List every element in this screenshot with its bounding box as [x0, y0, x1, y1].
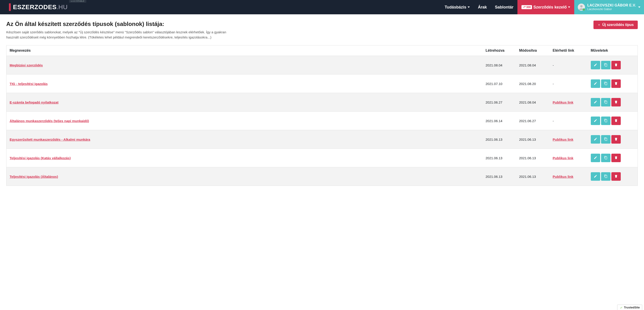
public-link[interactable]: Publikus link	[553, 175, 574, 178]
trash-icon	[614, 82, 618, 86]
copy-button[interactable]	[601, 172, 610, 181]
copy-button[interactable]	[601, 61, 610, 69]
delete-button[interactable]	[611, 98, 621, 106]
modified-date: 2021.06.13	[517, 167, 550, 186]
chevron-down-icon	[638, 6, 640, 8]
copy-button[interactable]	[601, 154, 610, 162]
nav-knowledge[interactable]: Tudásbázis	[441, 0, 474, 14]
logo-text: ESZERZODES.HU	[13, 4, 68, 11]
created-date: 2021.06.13	[484, 149, 517, 167]
page-title: Az Ön által készített szerződés típusok …	[6, 20, 588, 28]
trash-icon	[614, 119, 618, 123]
col-header-created: Létrehozva	[484, 46, 517, 56]
template-name-link[interactable]: E-számla befogadó nyilatkozat	[10, 100, 58, 104]
user-menu[interactable]: LACZKOVSZKI GÁBOR E.V. Laczkovszki Gábor	[574, 0, 644, 14]
delete-button[interactable]	[611, 154, 621, 162]
copy-button[interactable]	[601, 135, 610, 144]
nav-contract-manager[interactable]: 308 Szerződés kezelő	[518, 0, 574, 14]
no-link: -	[553, 82, 554, 86]
trash-icon	[614, 174, 618, 179]
template-name-link[interactable]: Megbízási szerződés	[10, 63, 43, 67]
delete-button[interactable]	[611, 61, 621, 69]
created-date: 2021.07.10	[484, 74, 517, 93]
svg-point-1	[580, 5, 583, 8]
no-link: -	[553, 119, 554, 123]
modified-date: 2021.08.04	[517, 56, 550, 74]
copy-icon	[604, 156, 608, 160]
edit-button[interactable]	[591, 172, 600, 181]
pencil-icon	[594, 63, 597, 67]
copy-button[interactable]	[601, 80, 610, 88]
pencil-icon	[594, 156, 597, 160]
public-link[interactable]: Publikus link	[553, 100, 574, 104]
nav-templates[interactable]: Sablontár	[491, 0, 518, 14]
modified-date: 2021.06.27	[517, 112, 550, 130]
edit-button[interactable]	[591, 116, 600, 125]
trash-icon	[614, 100, 618, 104]
signature-icon	[523, 6, 526, 8]
version-badge: v.4.0 STABLE	[69, 0, 86, 3]
nav-manager-label: Szerződés kezelő	[533, 5, 567, 10]
table-row: TIG - teljesítési igazolás 2021.07.10 20…	[6, 74, 638, 93]
delete-button[interactable]	[611, 80, 621, 88]
trash-icon	[614, 63, 618, 67]
modified-date: 2021.06.13	[517, 130, 550, 149]
edit-button[interactable]	[591, 135, 600, 144]
pencil-icon	[594, 82, 597, 86]
public-link[interactable]: Publikus link	[553, 138, 574, 141]
chevron-down-icon	[568, 6, 570, 8]
chevron-down-icon	[468, 6, 470, 8]
public-link[interactable]: Publikus link	[553, 156, 574, 160]
new-button-label: Új szerződés típus	[602, 23, 634, 27]
col-header-name: Megnevezés	[6, 46, 484, 56]
pencil-icon	[594, 119, 597, 123]
nav-knowledge-label: Tudásbázis	[445, 5, 466, 10]
plus-icon	[598, 23, 600, 26]
nav-prices[interactable]: Árak	[474, 0, 491, 14]
pencil-icon	[594, 100, 597, 104]
copy-icon	[604, 63, 608, 67]
copy-icon	[604, 137, 608, 142]
copy-icon	[604, 100, 608, 104]
delete-button[interactable]	[611, 116, 621, 125]
main-header: ESZERZODES.HU v.4.0 STABLE Tudásbázis Ár…	[0, 0, 644, 14]
col-header-actions: Műveletek	[588, 46, 638, 56]
main-content: Az Ön által készített szerződés típusok …	[0, 14, 644, 186]
table-row: Megbízási szerződés 2021.08.04 2021.08.0…	[6, 56, 638, 74]
copy-button[interactable]	[601, 98, 610, 106]
logo[interactable]: ESZERZODES.HU v.4.0 STABLE	[0, 3, 86, 11]
edit-button[interactable]	[591, 61, 600, 69]
template-name-link[interactable]: Általános munkaszerződés (teljes napi mu…	[10, 119, 89, 123]
edit-button[interactable]	[591, 80, 600, 88]
edit-button[interactable]	[591, 154, 600, 162]
trash-icon	[614, 137, 618, 142]
modified-date: 2021.06.13	[517, 149, 550, 167]
table-row: Teljesítési igazolás (Általános) 2021.06…	[6, 167, 638, 186]
copy-button[interactable]	[601, 116, 610, 125]
pencil-icon	[594, 137, 597, 142]
contract-count-badge: 308	[522, 5, 532, 9]
created-date: 2021.06.13	[484, 130, 517, 149]
modified-date: 2021.08.04	[517, 93, 550, 112]
template-name-link[interactable]: Teljesítési igazolás (Általános)	[10, 175, 58, 178]
nav-prices-label: Árak	[478, 5, 487, 10]
template-name-link[interactable]: Teljesítési igazolás (Katás vállalkozás)	[10, 156, 71, 160]
template-name-link[interactable]: Egyszerűsített munkaszerződés - Alkalmi …	[10, 138, 90, 141]
nav-templates-label: Sablontár	[495, 5, 514, 10]
user-name: LACZKOVSZKI GÁBOR E.V.	[587, 3, 636, 8]
table-row: E-számla befogadó nyilatkozat 2021.06.27…	[6, 93, 638, 112]
templates-table: Megnevezés Létrehozva Módosítva Elérhető…	[6, 45, 638, 186]
delete-button[interactable]	[611, 135, 621, 144]
copy-icon	[604, 82, 608, 86]
delete-button[interactable]	[611, 172, 621, 181]
user-text: LACZKOVSZKI GÁBOR E.V. Laczkovszki Gábor	[587, 3, 636, 11]
new-contract-type-button[interactable]: Új szerződés típus	[594, 20, 638, 29]
created-date: 2021.06.27	[484, 93, 517, 112]
table-row: Teljesítési igazolás (Katás vállalkozás)…	[6, 149, 638, 167]
table-row: Egyszerűsített munkaszerződés - Alkalmi …	[6, 130, 638, 149]
template-name-link[interactable]: TIG - teljesítési igazolás	[10, 82, 48, 86]
col-header-modified: Módosítva	[517, 46, 550, 56]
user-subname: Laczkovszki Gábor	[587, 8, 636, 11]
no-link: -	[553, 63, 554, 67]
edit-button[interactable]	[591, 98, 600, 106]
